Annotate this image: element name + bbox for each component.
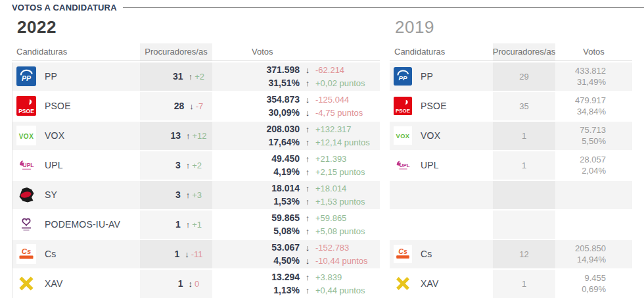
trend-up-icon: ↑	[300, 226, 315, 237]
votes-value: 53.067	[248, 241, 300, 253]
seats-cell: 1	[493, 270, 555, 298]
percent-delta: +0,44 puntos	[315, 285, 365, 297]
votes-value: 205.850	[575, 243, 606, 253]
trend-up-icon: ↑	[300, 137, 315, 149]
party-name: XAV	[421, 278, 439, 289]
psoe-logo-icon: PSOE	[16, 96, 36, 116]
svg-text:Cs: Cs	[22, 247, 32, 255]
col-header-procuradores: Procuradores/as	[140, 43, 212, 61]
table-row: VOXVOX175.7135,50%	[390, 122, 632, 150]
party-cell: PPPP	[390, 62, 493, 91]
party-name: Cs	[421, 249, 432, 259]
year-heading-2019: 2019	[395, 18, 632, 37]
percent-value: 2,04%	[582, 166, 606, 176]
votes-value: 28.057	[580, 155, 606, 164]
party-cell	[390, 181, 493, 209]
trend-down-icon: ↓	[300, 94, 315, 106]
percent-value: 31,49%	[577, 77, 606, 87]
votes-cell: 433.81231,49%	[555, 62, 632, 91]
percent-line: 31,51%↑+0,02 puntos	[248, 77, 380, 89]
party-name: PP	[45, 71, 57, 82]
trend-up-icon: ↑	[300, 153, 315, 165]
trend-down-icon: ↓	[189, 101, 194, 111]
table-row: PPPP31↑+2371.598↓-62.21431,51%↑+0,02 pun…	[12, 62, 380, 91]
svg-text:PSOE: PSOE	[18, 108, 34, 114]
votes-delta: +3.839	[315, 272, 342, 284]
seats-value: 1	[522, 161, 526, 170]
seats-value: 28	[174, 101, 185, 111]
svg-text:UPL: UPL	[23, 162, 34, 168]
votes-delta: -62.214	[315, 64, 344, 76]
table-body-2019: PPPP29433.81231,49%PSOEPSOE35479.91734,8…	[390, 62, 632, 298]
ciudadanos-logo-icon: Cs	[394, 245, 412, 263]
percent-value: 0,69%	[582, 284, 606, 294]
votes-cell	[555, 181, 632, 209]
table-row: VOXVOX13↑+12208.030↑+132.31717,64%↑+12,1…	[12, 122, 380, 150]
percent-value: 1,53%	[248, 195, 300, 207]
seats-cell: 28↓-7	[140, 92, 212, 120]
votes-value: 208.030	[248, 123, 300, 135]
votes-line: 49.450↑+21.393	[248, 153, 380, 165]
table-row: PODEMOS-IU-AV1↑+159.865↑+59.8655,08%↑+5,…	[12, 211, 380, 239]
votes-value: 49.450	[248, 153, 300, 164]
votes-line: 208.030↑+132.317	[248, 123, 380, 136]
votes-cell: 49.450↑+21.3934,19%↑+2,15 puntos	[212, 151, 380, 180]
votes-delta: +18.014	[315, 183, 346, 195]
percent-line: 5,08%↑+5,08 puntos	[248, 225, 380, 237]
trend-up-icon: ↑	[300, 212, 315, 224]
party-name: XAV	[45, 278, 63, 289]
percent-line: 1,13%↑+0,44 puntos	[248, 284, 380, 297]
party-name: PSOE	[45, 101, 71, 111]
party-cell: UPLUPL	[390, 151, 493, 180]
votes-value: 433.812	[575, 66, 606, 76]
svg-text:PSOE: PSOE	[396, 109, 410, 114]
seats-delta: +12	[193, 131, 207, 141]
trend-down-icon: ↓	[185, 249, 189, 259]
trend-up-icon: ↑	[189, 72, 193, 82]
vox-logo-icon: VOX	[394, 126, 412, 145]
pp-logo-icon: PP	[394, 67, 412, 86]
trend-up-icon: ↑	[186, 220, 191, 230]
trend-updown-icon: ↕	[189, 279, 193, 289]
seats-value: 1	[178, 278, 183, 289]
seats-value: 1	[522, 131, 526, 141]
percent-line: 30,09%↓-4,75 puntos	[248, 107, 380, 119]
seats-delta: -11	[191, 249, 203, 259]
percent-delta: +2,15 puntos	[315, 166, 365, 178]
percent-value: 5,08%	[248, 225, 300, 237]
trend-up-icon: ↑	[300, 272, 315, 284]
votes-cell: 59.865↑+59.8655,08%↑+5,08 puntos	[212, 211, 380, 239]
votes-value: 18.014	[248, 182, 300, 194]
percent-delta: +0,02 puntos	[315, 78, 365, 89]
svg-text:PP: PP	[22, 74, 32, 82]
trend-up-icon: ↑	[186, 190, 191, 200]
seats-value: 1	[175, 219, 181, 230]
percent-value: 30,09%	[248, 107, 300, 118]
percent-line: 4,19%↑+2,15 puntos	[248, 166, 380, 178]
percent-value: 4,50%	[248, 255, 300, 266]
svg-text:UPL: UPL	[400, 162, 410, 168]
col-header-candidaturas: Candidaturas	[390, 43, 493, 61]
seats-cell: 1↓-11	[140, 240, 212, 268]
percent-value: 14,94%	[577, 255, 606, 264]
seats-value: 13	[170, 130, 181, 141]
trend-down-icon: ↓	[300, 242, 315, 254]
party-name: UPL	[45, 160, 63, 170]
table-row: PSOEPSOE28↓-7354.873↓-125.04430,09%↓-4,7…	[12, 92, 380, 120]
percent-line: 17,64%↑+12,14 puntos	[248, 136, 380, 149]
svg-text:VOX: VOX	[19, 133, 34, 140]
table-row: PSOEPSOE35479.91734,84%	[390, 92, 632, 120]
votes-cell: 28.0572,04%	[555, 151, 632, 180]
seats-cell: 1	[493, 122, 555, 150]
trend-up-icon: ↑	[300, 183, 315, 195]
party-cell: XAV	[390, 270, 493, 298]
percent-delta: +12,14 puntos	[315, 137, 370, 149]
table-header-2019: Candidaturas Procuradores/as Votos	[390, 43, 632, 61]
seats-cell	[493, 181, 555, 209]
seats-value: 29	[519, 72, 528, 82]
trend-up-icon: ↑	[186, 131, 191, 141]
table-row-empty	[390, 181, 632, 209]
por-avila-logo-icon	[16, 274, 36, 293]
percent-line: 4,50%↓-10,44 puntos	[248, 255, 380, 267]
upl-logo-icon: UPL	[394, 156, 412, 174]
